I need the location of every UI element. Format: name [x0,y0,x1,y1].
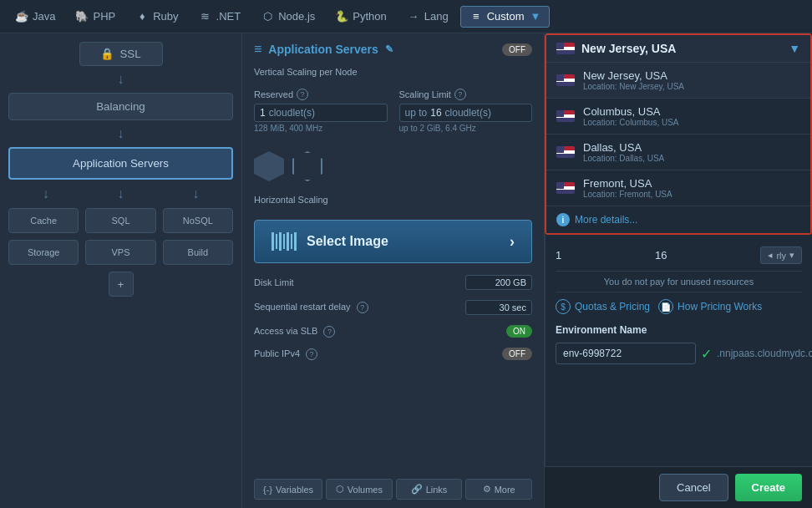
flag-icon-selected [556,43,575,54]
region-info-fremont: Fremont, USA Location: Fremont, USA [583,177,800,199]
nav-python[interactable]: 🐍 Python [327,7,394,27]
nav-custom[interactable]: ≡ Custom ▼ [460,6,551,28]
links-button[interactable]: 🔗 Links [396,479,463,500]
sql-button[interactable]: SQL [85,208,155,233]
doc-icon: 📄 [658,299,673,314]
check-icon: ✓ [701,346,712,362]
reserved-help[interactable]: ? [297,89,308,100]
nodejs-icon: ⬡ [261,10,274,23]
env-name-label: Environment Name [556,324,802,336]
php-icon: 🐘 [75,10,89,23]
scaling-limit-label: Scaling Limit ? [399,89,533,100]
how-pricing-link[interactable]: 📄 How Pricing Works [658,299,762,314]
footer-buttons: Cancel Create [545,466,812,508]
flag-fremont [556,182,575,194]
public-ipv4-toggle[interactable]: OFF [502,348,532,360]
hourly-chevron: ▾ [789,250,794,261]
nav-ruby[interactable]: ♦ Ruby [127,7,186,27]
balancing-button[interactable]: Balancing [8,93,233,120]
variables-button[interactable]: {-} Variables [254,479,322,500]
nav-nodejs[interactable]: ⬡ Node.js [252,7,323,27]
cache-button[interactable]: Cache [8,208,79,233]
nosql-button[interactable]: NoSQL [163,208,233,233]
lang-icon: → [407,10,420,23]
arrow-down-ssl: ↓ [8,73,233,86]
flag-dallas [556,146,575,158]
scaling-row: Reserved ? 1 cloudlet(s) 128 MiB, 400 MH… [254,89,532,133]
flag-nj [556,74,575,86]
java-icon: ☕ [15,10,28,23]
nav-php[interactable]: 🐘 PHP [67,7,124,27]
ssl-button[interactable]: 🔒 SSL [79,42,163,66]
region-item-dallas[interactable]: Dallas, USA Location: Dallas, USA [546,134,810,170]
region-dropdown: New Jersey, USA ▼ New Jersey, USA Locati… [545,33,812,235]
access-slb-help[interactable]: ? [323,326,335,338]
scale-min: 1 [556,249,561,262]
hexagon-row [254,151,532,181]
three-arrows: ↓↓↓ [8,186,233,201]
create-button[interactable]: Create [735,474,802,501]
bars-icon: ≡ [254,42,261,57]
bottom-toolbar: {-} Variables ⬡ Volumes 🔗 Links ⚙ More [254,479,532,500]
vertical-scaling-label: Vertical Scaling per Node [254,67,532,77]
nav-java[interactable]: ☕ Java [7,7,63,27]
node-row-1: Cache SQL NoSQL [8,208,233,233]
env-input-row: ✓ .nnjpaas.cloudmydc.com [556,343,802,364]
volumes-button[interactable]: ⬡ Volumes [326,479,393,500]
hex-solid [254,151,284,181]
dollar-icon: $ [556,299,571,314]
region-header[interactable]: New Jersey, USA ▼ [546,35,810,62]
lock-icon: 🔒 [100,48,114,60]
storage-row: Storage VPS Build [8,240,233,265]
region-item-nj[interactable]: New Jersey, USA Location: New Jersey, US… [546,62,810,98]
more-details-link[interactable]: i More details... [546,206,810,233]
region-item-fremont[interactable]: Fremont, USA Location: Fremont, USA [546,170,810,206]
select-image-button[interactable]: Select Image › [254,220,532,263]
middle-panel: ≡ Application Servers ✎ OFF Vertical Sca… [242,33,545,508]
reserved-box: Reserved ? 1 cloudlet(s) 128 MiB, 400 MH… [254,89,388,133]
access-slb-row: Access via SLB ? ON [254,325,532,338]
quotas-pricing-link[interactable]: $ Quotas & Pricing [556,299,650,314]
env-domain-suffix: .nnjpaas.cloudmydc.com [717,348,812,359]
edit-icon[interactable]: ✎ [385,43,393,55]
top-nav: ☕ Java 🐘 PHP ♦ Ruby ≋ .NET ⬡ Node.js 🐍 P… [0,0,812,33]
scaling-indicator: 1 16 ◂ rly ▾ [556,246,802,264]
nav-lang[interactable]: → Lang [398,7,457,27]
hex-outline [292,151,322,181]
storage-button[interactable]: Storage [8,240,79,265]
net-icon: ≋ [199,10,212,23]
flag-columbus [556,110,575,122]
main-layout: 🔒 SSL ↓ Balancing ↓ Application Servers … [0,33,812,508]
scaling-limit-help[interactable]: ? [454,89,466,100]
ruby-icon: ♦ [135,10,149,23]
region-item-columbus[interactable]: Columbus, USA Location: Columbus, USA [546,98,810,134]
app-server-toggle[interactable]: OFF [502,43,532,56]
hourly-button[interactable]: ◂ rly ▾ [760,246,802,264]
reserved-label: Reserved ? [254,89,388,100]
access-slb-toggle[interactable]: ON [506,325,532,338]
info-icon: i [556,213,570,226]
volumes-icon: ⬡ [336,484,344,495]
build-button[interactable]: Build [163,240,233,265]
scaling-limit-box: Scaling Limit ? up to 16 cloudlet(s) up … [399,89,533,133]
add-node-button[interactable]: + [109,272,134,297]
cancel-button[interactable]: Cancel [659,474,728,501]
public-ipv4-help[interactable]: ? [306,348,317,360]
region-dropdown-arrow: ▼ [789,42,800,55]
seq-restart-help[interactable]: ? [357,302,368,313]
links-icon: 🔗 [411,484,423,495]
custom-dropdown-arrow[interactable]: ▼ [530,10,540,23]
nav-net[interactable]: ≋ .NET [190,7,250,27]
application-servers-button[interactable]: Application Servers [8,147,233,180]
left-panel: 🔒 SSL ↓ Balancing ↓ Application Servers … [0,33,242,508]
selected-region-text: New Jersey, USA [581,42,782,55]
seq-restart-row: Sequential restart delay ? 30 sec [254,300,532,315]
chevron-right-icon: › [510,233,515,251]
more-button[interactable]: ⚙ More [465,479,532,500]
region-info-dallas: Dallas, USA Location: Dallas, USA [583,141,800,163]
vps-button[interactable]: VPS [85,240,155,265]
scaling-limit-input: up to 16 cloudlet(s) [399,104,533,122]
env-name-input[interactable] [556,343,696,364]
python-icon: 🐍 [335,10,348,23]
unused-resources-text: You do not pay for unused resources [556,271,802,292]
